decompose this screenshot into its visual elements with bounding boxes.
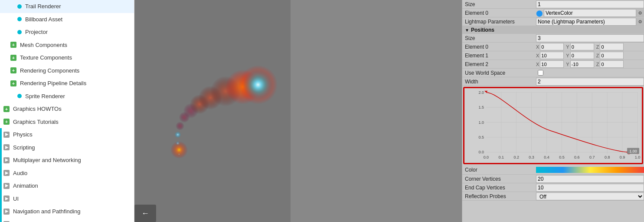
el2-z-input[interactable] (600, 60, 624, 68)
sidebar-item-label: Navigation and Pathfinding (13, 207, 80, 216)
bullet-icon (17, 94, 22, 98)
inspector-row-positions-el2: Element 2 X Y Z (462, 60, 644, 69)
reflection-probes-select[interactable]: Off Blend Probes Blend Probes And Skybox… (536, 192, 644, 200)
back-button[interactable]: ← (134, 205, 156, 222)
positions-size-input[interactable] (536, 34, 644, 42)
svg-text:0.7: 0.7 (589, 155, 595, 159)
particle-visualization (134, 0, 291, 222)
end-cap-vertices-input[interactable] (536, 184, 644, 192)
sidebar-item-ui[interactable]: ▶ UI (0, 192, 134, 205)
sidebar: Trail Renderer Billboard Asset Projector… (0, 0, 134, 222)
sidebar-item-label: Trail Renderer (25, 2, 61, 11)
arrow-icon: ▶ (3, 144, 10, 150)
sidebar-item-scripting[interactable]: ▶ Scripting (0, 141, 134, 154)
el1-x-input[interactable] (540, 52, 564, 59)
sidebar-item-label: Graphics HOWTOs (13, 105, 62, 113)
use-world-space-checkbox[interactable] (538, 70, 543, 76)
sidebar-item-projector[interactable]: Projector (0, 26, 134, 39)
el1-z-input[interactable] (600, 52, 624, 59)
sidebar-item-physics[interactable]: ▶ Physics (0, 128, 134, 141)
sidebar-item-label: Billboard Asset (25, 15, 62, 24)
svg-text:1.5: 1.5 (478, 105, 484, 109)
sidebar-item-animation[interactable]: ▶ Animation (0, 179, 134, 192)
svg-text:0.0: 0.0 (484, 155, 489, 159)
inspector-label-use-world-space: Use World Space (462, 69, 536, 77)
xyz-group-el0: X Y Z (536, 43, 644, 50)
el0-z-input[interactable] (600, 43, 624, 50)
inspector-label-reflection-probes: Reflection Probes (462, 192, 536, 200)
width-input[interactable] (536, 78, 644, 86)
svg-text:0.3: 0.3 (529, 155, 534, 159)
svg-text:0.1: 0.1 (499, 155, 504, 159)
el1-y-input[interactable] (570, 52, 594, 59)
inspector-row-positions-size: Size (462, 34, 644, 43)
xyz-group-el2: X Y Z (536, 60, 644, 68)
curve-chart-container[interactable]: 2.0 1.5 1.0 0.5 0.0 0.0 0.1 0.2 0.3 0.4 … (463, 87, 643, 164)
svg-text:1.0: 1.0 (478, 120, 484, 125)
inspector-row-positions-el1: Element 1 X Y Z (462, 51, 644, 60)
inspector-label-positions-el1: Element 1 (462, 52, 536, 60)
sidebar-item-label: Rendering Pipeline Details (20, 79, 86, 88)
sidebar-item-graphics-howtos[interactable]: + Graphics HOWTOs (0, 103, 134, 116)
sidebar-item-graphics-tutorials[interactable]: + Graphics Tutorials (0, 116, 134, 129)
curve-chart-svg: 2.0 1.5 1.0 0.5 0.0 0.0 0.1 0.2 0.3 0.4 … (464, 88, 642, 163)
sidebar-item-mesh-components[interactable]: + Mesh Components (0, 39, 134, 52)
sidebar-item-trail-renderer[interactable]: Trail Renderer (0, 0, 134, 13)
corner-vertices-input[interactable] (536, 175, 644, 183)
sidebar-item-navigation[interactable]: ▶ Navigation and Pathfinding (0, 205, 134, 218)
bullet-icon (17, 30, 22, 34)
inspector-label-size: Size (462, 0, 536, 8)
sidebar-item-multiplayer-networking[interactable]: ▶ Multiplayer and Networking (0, 154, 134, 167)
el2-x-input[interactable] (540, 60, 564, 68)
inspector-label-color: Color (462, 166, 536, 174)
plus-icon: + (3, 106, 10, 112)
arrow-icon: ▶ (3, 170, 10, 176)
element0-input[interactable] (544, 9, 636, 17)
sidebar-item-unity-services[interactable]: ▶ Unity Services (0, 218, 134, 222)
plus-icon: + (10, 80, 16, 86)
sidebar-item-label: Unity Services (13, 220, 49, 222)
svg-text:1.00: 1.00 (629, 149, 637, 153)
sidebar-item-sprite-renderer[interactable]: Sprite Renderer (0, 90, 134, 103)
curve-start-handle[interactable] (484, 91, 488, 93)
svg-text:0.6: 0.6 (574, 155, 580, 159)
inspector-row-size: Size (462, 0, 644, 9)
sidebar-item-label: Projector (25, 28, 48, 36)
bullet-icon (17, 17, 22, 21)
svg-text:2.0: 2.0 (478, 90, 484, 95)
sidebar-item-audio[interactable]: ▶ Audio (0, 167, 134, 180)
sidebar-item-rendering-components[interactable]: + Rendering Components (0, 64, 134, 77)
inspector-row-width: Width (462, 77, 644, 86)
plus-icon: + (10, 55, 16, 61)
inspector-label-element0: Element 0 (462, 9, 536, 17)
sidebar-item-billboard-asset[interactable]: Billboard Asset (0, 13, 134, 26)
inspector-row-color: Color (462, 165, 644, 175)
arrow-icon: ▶ (3, 195, 10, 202)
color-bar[interactable] (536, 167, 644, 173)
element0-select-btn[interactable]: ⊙ (636, 9, 644, 17)
size-input[interactable] (536, 0, 644, 8)
sidebar-item-rendering-pipeline-details[interactable]: + Rendering Pipeline Details (0, 77, 134, 90)
sidebar-item-texture-components[interactable]: + Texture Components (0, 51, 134, 64)
lightmap-select-btn[interactable]: ⊙ (636, 18, 644, 26)
arrow-icon: ▶ (3, 183, 10, 189)
el0-x-input[interactable] (540, 43, 564, 50)
lightmap-input[interactable] (536, 18, 636, 26)
inspector-label-corner-vertices: Corner Vertices (462, 175, 536, 183)
sidebar-item-label: Physics (13, 130, 33, 139)
lightmap-value-group: ⊙ (536, 18, 644, 26)
sidebar-item-label: UI (13, 195, 19, 203)
svg-text:0.9: 0.9 (620, 155, 625, 159)
positions-label: Positions (471, 27, 494, 33)
sidebar-item-label: Audio (13, 169, 27, 178)
sidebar-item-label: Graphics Tutorials (13, 118, 59, 126)
svg-text:1.0: 1.0 (635, 155, 641, 159)
el0-y-input[interactable] (570, 43, 594, 50)
sidebar-item-label: Sprite Renderer (25, 92, 65, 101)
sidebar-item-label: Texture Components (20, 53, 72, 62)
el2-y-input[interactable] (570, 60, 594, 68)
inspector-row-element0: Element 0 ⬤ ⊙ (462, 9, 644, 17)
inspector-label-positions-el0: Element 0 (462, 43, 536, 51)
inspector-row-corner-vertices: Corner Vertices (462, 175, 644, 183)
back-icon: ← (141, 209, 149, 218)
